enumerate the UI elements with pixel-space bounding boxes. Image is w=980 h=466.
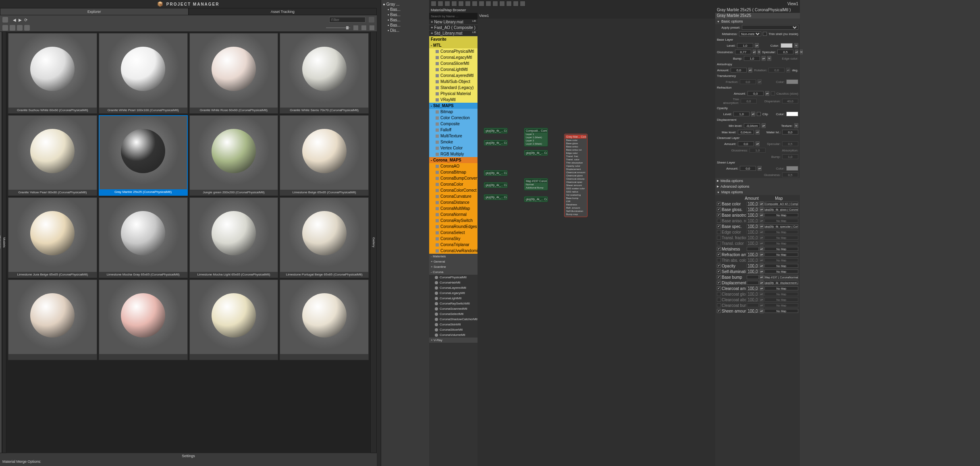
map-check[interactable] [717, 253, 721, 257]
list-view-icon[interactable] [361, 25, 366, 30]
tool-icon[interactable] [458, 1, 464, 6]
browser-item[interactable]: CoronaCurvature [429, 193, 478, 199]
map-amount[interactable]: 100,0 [747, 286, 759, 290]
clip-check[interactable] [757, 112, 761, 116]
node-bitmap[interactable]: gkpj3fp_4k_... CoronaBitmap [524, 150, 548, 156]
sheen-input[interactable] [740, 166, 756, 171]
map-slot[interactable]: No Map [764, 269, 798, 273]
spinner[interactable]: ▴▾ [760, 218, 764, 223]
spinner[interactable]: ▴▾ [758, 79, 762, 84]
browser-item[interactable]: CoronaSelectMtl [429, 311, 478, 317]
map-check[interactable] [717, 219, 721, 223]
map-check[interactable] [717, 309, 721, 313]
node-slot[interactable]: Layer 1 [525, 133, 547, 136]
map-slot[interactable]: Map #197 ( CoronaNormal ) [764, 275, 798, 279]
node-slot[interactable]: Refr. amount [565, 206, 586, 209]
spinner[interactable]: ▴▾ [760, 263, 764, 268]
thinabs-input[interactable] [741, 99, 757, 104]
tool-icon[interactable] [499, 1, 505, 6]
node-slot[interactable]: Clearcoat amount [565, 171, 586, 174]
map-amount[interactable]: 100,0 [747, 292, 759, 296]
browser-item[interactable]: CoronaSelect [429, 230, 478, 236]
browser-item[interactable]: VRayMtl [429, 97, 478, 103]
map-check[interactable] [717, 230, 721, 234]
node-slot[interactable]: Edge color [565, 151, 586, 155]
node-slot[interactable]: Displacement [565, 168, 586, 171]
category-maps[interactable]: - Std_MAPS [429, 103, 478, 109]
map-slot[interactable]: No Map [764, 253, 798, 257]
browser-item[interactable]: CoronaLegacyMtl [429, 290, 478, 296]
node-slot[interactable]: Thin absorption [565, 161, 586, 164]
node-slot[interactable]: Transl. frac [565, 155, 586, 158]
browser-search[interactable] [431, 14, 476, 18]
node-slot[interactable]: Transl. color [565, 158, 586, 161]
browser-item[interactable]: CoronaVolumeMtl [429, 332, 478, 338]
map-amount[interactable]: 100,0 [747, 219, 759, 223]
map-slot[interactable]: No Map [764, 303, 798, 307]
frac-input[interactable] [740, 79, 756, 84]
map-button[interactable]: M [794, 123, 798, 128]
map-slot[interactable]: No Map [764, 236, 798, 240]
browser-item[interactable]: CoronaHairMtl [429, 280, 478, 285]
aniso-input[interactable] [731, 68, 747, 72]
browser-item[interactable]: CoronaRoundEdges [429, 224, 478, 230]
material-thumb[interactable] [189, 280, 278, 360]
node-slot[interactable]: Layer 2 [525, 139, 547, 142]
browser-item[interactable]: CoronaLegacyMtl [429, 54, 478, 60]
tool-icon[interactable] [513, 1, 519, 6]
node-bitmap[interactable]: gkpj3fp_4k_... CoronaBitmap [524, 196, 548, 202]
tool-icon[interactable] [438, 1, 443, 6]
spinner[interactable]: ▴▾ [762, 56, 766, 61]
browser-item[interactable]: CoronaColorCorrect [429, 187, 478, 193]
color-swatch[interactable] [781, 43, 793, 48]
spinner[interactable]: ▴▾ [760, 224, 764, 229]
browser-item[interactable]: CoronaDistance [429, 199, 478, 205]
spinner[interactable]: ▴▾ [760, 269, 764, 274]
browser-item[interactable]: CoronaLayeredMtl [429, 285, 478, 290]
grid-view-icon[interactable] [353, 25, 358, 30]
spinner[interactable]: ▴▾ [786, 68, 790, 72]
node-material[interactable]: Gray Mar... CoronaPh...Base colorBase gl… [564, 134, 588, 217]
map-slot[interactable]: gkpj3fp_4k_gloss ( CoronaBitmap ) [764, 207, 798, 211]
tree-item[interactable]: ▪ Dis... [383, 28, 428, 33]
filter-input[interactable] [329, 17, 365, 23]
material-thumb[interactable]: Granite White Pearl 100x100 (CoronaPhysi… [99, 33, 188, 114]
sort-icon[interactable] [370, 25, 374, 30]
map-check[interactable] [717, 286, 721, 290]
spinner[interactable]: ▴▾ [760, 258, 764, 263]
map-check[interactable] [717, 292, 721, 296]
spinner[interactable]: ▴▾ [760, 292, 764, 296]
node-bitmap[interactable]: gkpj3fp_4k_... CoronaBitmap [484, 128, 508, 134]
rot-input[interactable] [768, 68, 785, 72]
side-tab-gallery[interactable]: Gallery [370, 31, 377, 453]
node-slot[interactable]: Normal [525, 183, 547, 186]
spinner[interactable]: ▴▾ [760, 275, 764, 280]
node-slot[interactable]: Opacity color [565, 164, 586, 168]
shgloss-input[interactable] [782, 172, 798, 177]
browser-item[interactable]: CoronaShadowCatcherMtl [429, 317, 478, 322]
node-slot[interactable]: Base aniso [565, 145, 586, 148]
disp-input[interactable] [782, 99, 798, 104]
node-slot[interactable]: Additional Bump [525, 186, 547, 189]
material-thumb[interactable] [99, 280, 188, 360]
spinner[interactable]: ▴▾ [760, 286, 764, 291]
map-amount[interactable] [747, 247, 759, 251]
material-thumb[interactable]: Limestone Jura Beige 65x65 (CoronaPhysic… [8, 197, 97, 278]
browser-item[interactable]: CoronaTriplanar [429, 242, 478, 248]
node-bitmap[interactable]: gkpj3fp_4k_... CoronaBitmap [484, 140, 508, 146]
spinner[interactable]: ▴▾ [760, 235, 764, 240]
browser-item[interactable]: CoronaLightMtl [429, 296, 478, 301]
browser-item[interactable]: CoronaLayeredMtl [429, 72, 478, 79]
gloss-input[interactable] [735, 50, 751, 54]
spinner[interactable]: ▴▾ [760, 246, 764, 251]
map-amount[interactable]: 100,0 [747, 236, 759, 240]
tool-icon[interactable] [486, 1, 491, 6]
node-slot[interactable]: Layer 2 (Mask) [525, 142, 547, 145]
tool-icon[interactable] [451, 1, 457, 6]
map-check[interactable] [717, 269, 721, 273]
map-button[interactable]: M [767, 56, 771, 61]
map-check[interactable] [717, 213, 721, 217]
map-slot[interactable]: gkpj3fp_4k_displacement ( Corona [764, 281, 798, 285]
thin-check[interactable] [763, 32, 767, 36]
browser-item[interactable]: Composite [429, 121, 478, 127]
